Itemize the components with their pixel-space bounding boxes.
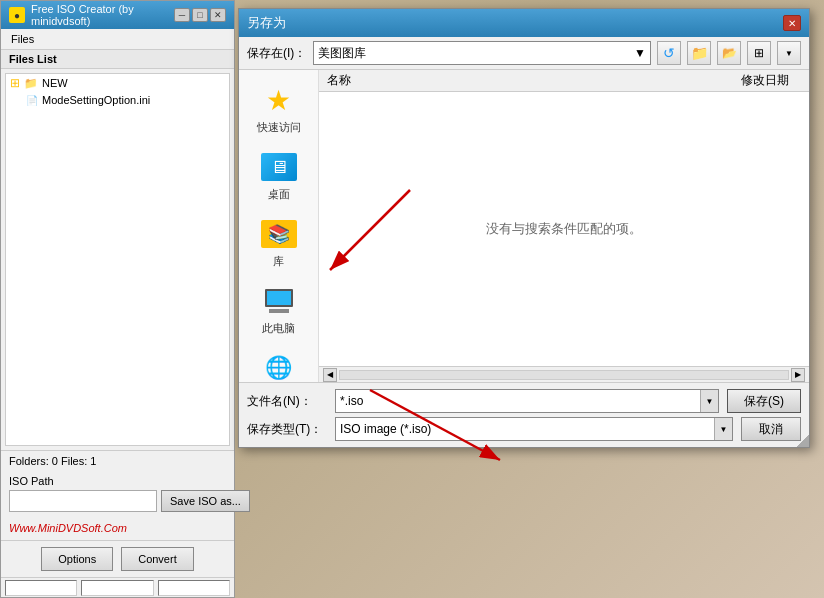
status-segment-3 <box>158 580 230 596</box>
main-window-title: Free ISO Creator (by minidvdsoft) <box>31 3 168 27</box>
scroll-left-button[interactable]: ◀ <box>323 368 337 382</box>
watermark: Www.MiniDVDSoft.Com <box>1 516 234 540</box>
toolbar-label: 保存在(I)： <box>247 45 307 62</box>
dialog-main: 名称 修改日期 没有与搜索条件匹配的项。 ◀ ▶ <box>319 70 809 382</box>
tree-item-new[interactable]: ⊞ 📁 NEW <box>6 74 229 92</box>
filename-input[interactable] <box>336 390 700 412</box>
tree-item-file-label: ModeSettingOption.ini <box>42 94 150 106</box>
desktop-icon-container: 🖥 <box>259 149 299 185</box>
file-icon-visual: 📄 <box>26 95 38 106</box>
save-as-dialog: 另存为 ✕ 保存在(I)： 美图图库 ▼ ↺ 📁 📂 ⊞ ▼ <box>238 8 810 448</box>
dialog-title-text: 另存为 <box>247 14 777 32</box>
file-tree: ⊞ 📁 NEW 📄 ModeSettingOption.ini <box>5 73 230 446</box>
dialog-content: ★ 快速访问 🖥 桌面 📚 库 <box>239 70 809 382</box>
toolbar-back-button[interactable]: ↺ <box>657 41 681 65</box>
cancel-button[interactable]: 取消 <box>741 417 801 441</box>
app-icon: ● <box>9 7 25 23</box>
star-icon: ★ <box>266 84 291 117</box>
computer-base <box>269 309 289 313</box>
toolbar-up-button[interactable]: 📁 <box>687 41 711 65</box>
filename-label: 文件名(N)： <box>247 393 327 410</box>
library-label: 库 <box>273 254 284 269</box>
computer-icon <box>261 287 297 315</box>
dialog-title-bar: 另存为 ✕ <box>239 9 809 37</box>
scroll-right-button[interactable]: ▶ <box>791 368 805 382</box>
maximize-button[interactable]: □ <box>192 8 208 22</box>
main-title-bar: ● Free ISO Creator (by minidvdsoft) ─ □ … <box>1 1 234 29</box>
toolbar-new-folder-button[interactable]: 📂 <box>717 41 741 65</box>
filetype-select-container: ▼ <box>335 417 733 441</box>
network-icon-container: 🌐 <box>259 350 299 382</box>
view-arrow-icon: ▼ <box>785 49 793 58</box>
toolbar-view-button[interactable]: ⊞ <box>747 41 771 65</box>
sidebar-item-desktop[interactable]: 🖥 桌面 <box>243 145 314 206</box>
location-value: 美图图库 <box>318 45 366 62</box>
options-button[interactable]: Options <box>41 547 113 571</box>
network-icon: 🌐 <box>261 354 297 382</box>
sidebar-item-computer[interactable]: 此电脑 <box>243 279 314 340</box>
location-dropdown-arrow: ▼ <box>634 46 646 60</box>
computer-screen <box>265 289 293 307</box>
view-icon: ⊞ <box>754 46 764 60</box>
iso-path-row: Save ISO as... <box>9 490 226 512</box>
filetype-row: 保存类型(T)： ▼ 取消 <box>247 417 801 441</box>
desktop-label: 桌面 <box>268 187 290 202</box>
sidebar-item-library[interactable]: 📚 库 <box>243 212 314 273</box>
sidebar-item-quick-access[interactable]: ★ 快速访问 <box>243 78 314 139</box>
col-header-date: 修改日期 <box>639 72 789 89</box>
scroll-track[interactable] <box>339 370 789 380</box>
dialog-footer: 文件名(N)： ▼ 保存(S) 保存类型(T)： ▼ 取消 <box>239 382 809 447</box>
folder-expand-icon: ⊞ <box>10 76 20 90</box>
menu-files[interactable]: Files <box>5 31 40 47</box>
iso-path-input[interactable] <box>9 490 157 512</box>
resize-handle[interactable] <box>797 435 809 447</box>
computer-icon-container <box>259 283 299 319</box>
filename-dropdown-arrow[interactable]: ▼ <box>700 390 718 412</box>
stats-text: Folders: 0 Files: 1 <box>9 455 96 467</box>
new-folder-icon: 📂 <box>722 46 737 60</box>
library-icon: 📚 <box>261 220 297 248</box>
save-iso-button[interactable]: Save ISO as... <box>161 490 250 512</box>
save-button[interactable]: 保存(S) <box>727 389 801 413</box>
filetype-select[interactable] <box>336 418 714 440</box>
dialog-toolbar: 保存在(I)： 美图图库 ▼ ↺ 📁 📂 ⊞ ▼ <box>239 37 809 70</box>
horizontal-scrollbar: ◀ ▶ <box>319 366 809 382</box>
empty-message: 没有与搜索条件匹配的项。 <box>486 220 642 238</box>
convert-button[interactable]: Convert <box>121 547 194 571</box>
quick-access-icon-container: ★ <box>259 82 299 118</box>
computer-label: 此电脑 <box>262 321 295 336</box>
sidebar-item-network[interactable]: 🌐 网络 <box>243 346 314 382</box>
back-icon: ↺ <box>663 45 675 61</box>
minimize-button[interactable]: ─ <box>174 8 190 22</box>
title-bar-controls: ─ □ ✕ <box>174 8 226 22</box>
file-content-area: 没有与搜索条件匹配的项。 <box>319 92 809 366</box>
column-headers: 名称 修改日期 <box>319 70 809 92</box>
filename-row: 文件名(N)： ▼ 保存(S) <box>247 389 801 413</box>
col-header-name: 名称 <box>327 72 635 89</box>
filetype-label: 保存类型(T)： <box>247 421 327 438</box>
menu-bar: Files <box>1 29 234 50</box>
filename-input-container: ▼ <box>335 389 719 413</box>
tree-item-new-label: NEW <box>42 77 68 89</box>
bottom-buttons: Options Convert <box>1 540 234 577</box>
status-segment-2 <box>81 580 153 596</box>
main-window: ● Free ISO Creator (by minidvdsoft) ─ □ … <box>0 0 235 598</box>
stats-bar: Folders: 0 Files: 1 <box>1 450 234 471</box>
folder-icon-visual: 📁 <box>24 77 38 90</box>
dialog-close-button[interactable]: ✕ <box>783 15 801 31</box>
iso-path-label: ISO Path <box>9 475 226 487</box>
dialog-sidebar: ★ 快速访问 🖥 桌面 📚 库 <box>239 70 319 382</box>
quick-access-label: 快速访问 <box>257 120 301 135</box>
files-list-label: Files List <box>1 50 234 69</box>
toolbar-view-arrow-button[interactable]: ▼ <box>777 41 801 65</box>
status-segment-1 <box>5 580 77 596</box>
close-button[interactable]: ✕ <box>210 8 226 22</box>
up-folder-icon: 📁 <box>691 45 708 61</box>
tree-item-file[interactable]: 📄 ModeSettingOption.ini <box>6 92 229 108</box>
library-icon-container: 📚 <box>259 216 299 252</box>
location-dropdown[interactable]: 美图图库 ▼ <box>313 41 651 65</box>
iso-path-section: ISO Path Save ISO as... <box>1 471 234 516</box>
col-header-type <box>793 72 801 89</box>
filetype-dropdown-arrow[interactable]: ▼ <box>714 418 732 440</box>
desktop-icon: 🖥 <box>261 153 297 181</box>
